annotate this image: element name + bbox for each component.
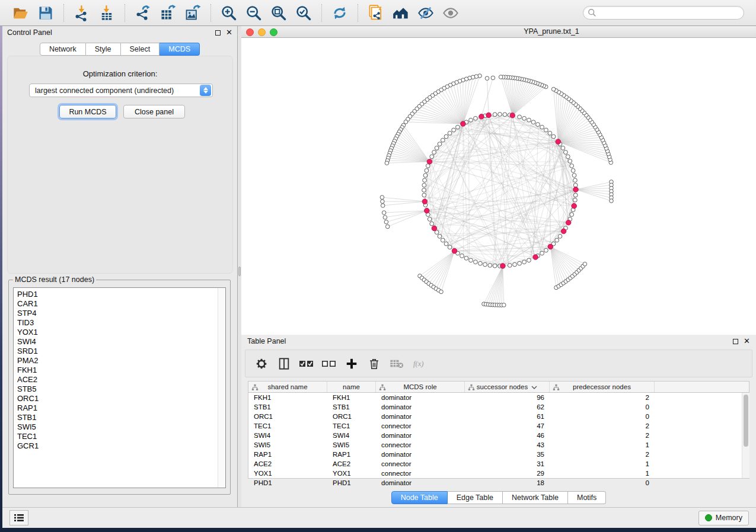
network-node[interactable]	[493, 264, 497, 268]
table-cell[interactable]: 61	[465, 412, 550, 421]
network-node[interactable]	[583, 262, 587, 266]
table-cell[interactable]: dominator	[376, 402, 465, 412]
network-node[interactable]	[518, 261, 522, 265]
column-header-MCDS-role[interactable]: MCDS role	[376, 382, 465, 392]
network-node[interactable]	[381, 200, 385, 204]
network-node[interactable]	[570, 213, 574, 217]
table-cell[interactable]: dominator	[376, 412, 465, 421]
mcds-result-item[interactable]: SWI4	[17, 337, 225, 347]
table-cell[interactable]: 46	[465, 431, 550, 440]
network-node[interactable]	[488, 264, 492, 268]
column-header-shared-name[interactable]: shared name	[248, 382, 327, 392]
export-table-icon[interactable]	[158, 3, 178, 23]
mcds-hub-node[interactable]	[427, 159, 432, 165]
table-row[interactable]: SWI4SWI4dominator462	[248, 431, 749, 440]
table-cell[interactable]: 0	[550, 412, 655, 421]
table-cell[interactable]: SWI4	[248, 431, 327, 440]
table-cell[interactable]: 2	[550, 450, 655, 459]
network-node[interactable]	[531, 120, 535, 124]
float-table-panel-icon[interactable]	[733, 339, 738, 344]
network-node[interactable]	[422, 183, 426, 187]
add-row-icon[interactable]	[342, 355, 362, 373]
network-node[interactable]	[479, 261, 483, 265]
table-cell[interactable]: YOX1	[327, 469, 376, 478]
table-cell[interactable]: 0	[550, 478, 655, 488]
mcds-hub-node[interactable]	[561, 229, 566, 234]
window-zoom-traffic-light[interactable]	[270, 28, 277, 36]
mcds-result-item[interactable]: ACE2	[17, 375, 225, 384]
network-node[interactable]	[425, 169, 429, 173]
mcds-hub-node[interactable]	[461, 121, 466, 127]
table-cell[interactable]: 1	[550, 440, 655, 450]
network-node[interactable]	[430, 222, 434, 226]
tab-style[interactable]: Style	[86, 43, 121, 56]
table-row[interactable]: ACE2ACE2connector311	[248, 459, 749, 469]
columns-icon[interactable]	[274, 355, 294, 373]
mcds-hub-node[interactable]	[452, 248, 457, 254]
network-node[interactable]	[452, 128, 456, 132]
mcds-result-item[interactable]: PHD1	[17, 290, 225, 299]
float-panel-icon[interactable]	[215, 30, 221, 36]
table-cell[interactable]: 35	[465, 450, 550, 459]
network-node[interactable]	[423, 178, 427, 182]
hide-eye-icon[interactable]	[416, 3, 436, 23]
tab-network[interactable]: Network	[40, 43, 86, 56]
network-node[interactable]	[536, 123, 540, 127]
table-cell[interactable]: RAP1	[327, 450, 376, 459]
mcds-result-item[interactable]: STB1	[17, 413, 225, 422]
network-node[interactable]	[573, 193, 578, 197]
table-cell[interactable]: RAP1	[248, 450, 327, 459]
network-node[interactable]	[540, 251, 544, 255]
column-header-successor-nodes[interactable]: successor nodes	[465, 382, 550, 392]
mcds-hub-node[interactable]	[479, 114, 484, 120]
network-node[interactable]	[572, 174, 576, 178]
network-node[interactable]	[502, 303, 506, 307]
table-cell[interactable]: dominator	[376, 393, 465, 402]
mcds-result-item[interactable]: PMA2	[17, 356, 225, 366]
mcds-hub-node[interactable]	[533, 255, 538, 260]
column-header-predecessor-nodes[interactable]: predecessor nodes	[550, 382, 655, 392]
network-node[interactable]	[444, 134, 448, 139]
table-row[interactable]: SWI5SWI5connector431	[248, 440, 749, 450]
table-cell[interactable]: 18	[465, 478, 550, 488]
network-node[interactable]	[527, 258, 531, 262]
table-cell[interactable]: YOX1	[248, 469, 327, 478]
tab-mcds[interactable]: MCDS	[160, 43, 200, 56]
mcds-hub-node[interactable]	[566, 220, 571, 225]
column-header-name[interactable]: name	[327, 382, 376, 392]
search-input[interactable]	[583, 6, 744, 20]
network-node[interactable]	[508, 264, 512, 268]
network-node[interactable]	[573, 178, 578, 182]
network-node[interactable]	[483, 262, 487, 267]
network-node[interactable]	[540, 125, 544, 129]
network-node[interactable]	[438, 142, 442, 146]
network-node[interactable]	[441, 238, 445, 242]
network-node[interactable]	[610, 199, 614, 203]
network-node[interactable]	[460, 254, 464, 258]
network-node[interactable]	[544, 128, 548, 132]
network-node[interactable]	[555, 238, 559, 242]
table-cell[interactable]: 2	[550, 421, 655, 431]
network-node[interactable]	[381, 204, 385, 208]
table-cell[interactable]: dominator	[376, 478, 465, 488]
network-node[interactable]	[384, 220, 388, 224]
table-scrollbar[interactable]	[742, 393, 749, 478]
network-node[interactable]	[573, 198, 578, 202]
network-node[interactable]	[469, 118, 473, 122]
optimization-criterion-select[interactable]: largest connected component (undirected)	[29, 84, 213, 97]
table-cell[interactable]: TEC1	[248, 421, 327, 431]
mcds-result-item[interactable]: RAP1	[17, 403, 225, 413]
network-node[interactable]	[435, 146, 439, 150]
splitter-handle[interactable]	[238, 267, 241, 276]
homes-icon[interactable]	[391, 3, 411, 23]
network-node[interactable]	[380, 196, 384, 200]
table-cell[interactable]: 31	[465, 459, 550, 469]
network-node[interactable]	[551, 134, 556, 139]
network-node[interactable]	[568, 159, 572, 164]
table-cell[interactable]: 43	[465, 440, 550, 450]
mcds-hub-node[interactable]	[500, 264, 506, 269]
table-cell[interactable]: TEC1	[327, 421, 376, 431]
network-node[interactable]	[464, 256, 468, 260]
table-row[interactable]: FKH1FKH1dominator962	[248, 393, 749, 402]
table-cell[interactable]: 96	[465, 393, 550, 402]
